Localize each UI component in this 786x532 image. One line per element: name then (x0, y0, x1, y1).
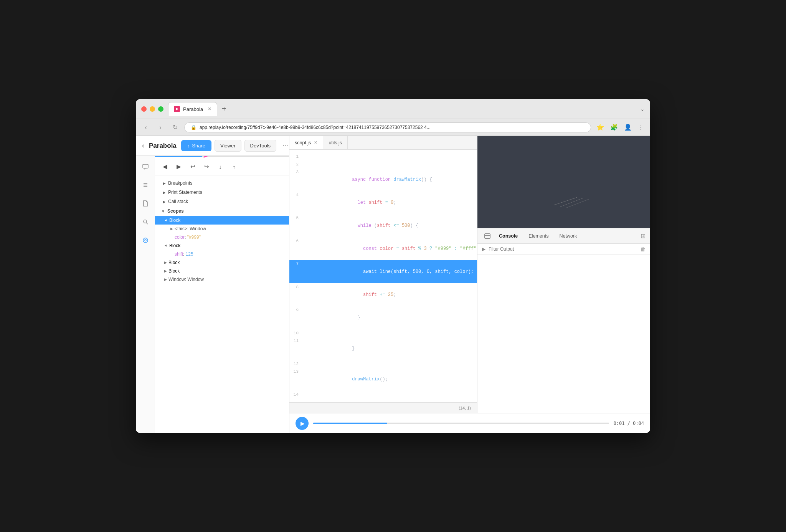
scope-block-2[interactable]: ▼ Block (155, 241, 289, 250)
scope-window-label: Window: Window (168, 277, 204, 282)
editor-tab-script[interactable]: script.js ✕ (289, 136, 323, 149)
svg-line-6 (146, 223, 148, 224)
browser-window: Parabola ✕ + ⌄ ‹ › ↻ 🔒 app.replay.io/rec… (136, 99, 650, 433)
back-button[interactable]: ‹ (142, 142, 144, 150)
new-tab-button[interactable]: + (219, 104, 230, 113)
expand-console-button[interactable]: ⊞ (641, 232, 646, 240)
code-editor[interactable]: 1 2 3 async function drawMatrix() (289, 150, 477, 402)
undo-button[interactable]: ↩ (187, 161, 198, 172)
address-bar: ‹ › ↻ 🔒 app.replay.io/recording/75ff9d7c… (136, 119, 650, 136)
time-display: 0:01 / 0:04 (614, 421, 644, 426)
redo-button[interactable]: ↪ (201, 161, 212, 172)
editor-tab-close-icon[interactable]: ✕ (314, 140, 317, 145)
scope-window[interactable]: ▶ Window: Window (155, 275, 289, 284)
header-actions: ↑ Share Viewer DevTools ··· (181, 140, 291, 152)
scope-block-1[interactable]: ▼ Block (155, 216, 289, 225)
tab-close-icon[interactable]: ✕ (208, 106, 211, 112)
scope-shift[interactable]: ▶ shift: 125 (155, 250, 289, 258)
filter-row: ▶ 🗑 (477, 244, 650, 255)
step-forward-button[interactable]: ▶ (173, 161, 184, 172)
bookmark-icon[interactable]: ⭐ (595, 122, 606, 132)
play-button[interactable]: ▶ (296, 417, 309, 430)
code-line-12: 12 (289, 360, 477, 368)
step-out-button[interactable]: ↑ (229, 161, 239, 172)
console-tab-network[interactable]: Network (555, 232, 581, 240)
close-button[interactable] (141, 106, 147, 112)
breakpoints-label: Breakpoints (168, 180, 192, 186)
console-tab-console[interactable]: Console (494, 232, 522, 240)
code-line-14: 14 (289, 391, 477, 398)
console-devtools-icon[interactable] (482, 231, 493, 241)
maximize-button[interactable] (158, 106, 163, 112)
scope-this[interactable]: ▶ <this>: Window (155, 225, 289, 233)
play-icon: ▶ (301, 420, 305, 426)
console-area: Console Elements Network ⊞ ▶ (477, 228, 650, 413)
console-tab-elements[interactable]: Elements (524, 232, 553, 240)
sidebar-icon-comment[interactable] (139, 160, 152, 173)
editor-tab-script-label: script.js (295, 140, 311, 145)
call-stack-section[interactable]: ▶ Call stack (155, 197, 289, 206)
sidebar-icon-list[interactable] (139, 179, 152, 191)
chevron-down-icon[interactable]: ⌄ (640, 106, 645, 112)
browser-tab[interactable]: Parabola ✕ (168, 102, 217, 116)
scopes-section[interactable]: ▼ Scopes (155, 206, 289, 216)
progress-bar (155, 156, 289, 157)
editor-area: script.js ✕ utils.js 1 (289, 136, 477, 413)
scope-block-4-chevron: ▶ (164, 269, 167, 273)
left-inner: ◀ ▶ ↩ ↪ ↓ ↑ ▶ Breakpoints (136, 156, 289, 433)
code-line-10: 10 (289, 329, 477, 337)
timeline-track[interactable] (313, 423, 609, 424)
scope-block-4[interactable]: ▶ Block (155, 267, 289, 275)
menu-icon[interactable]: ⋮ (636, 122, 646, 132)
share-icon: ↑ (187, 143, 190, 149)
svg-marker-0 (176, 107, 178, 111)
filter-prompt-icon: ▶ (482, 246, 485, 252)
sidebar-icon-debug[interactable] (139, 234, 152, 246)
profile-icon[interactable]: 👤 (623, 122, 633, 132)
address-text: app.replay.io/recording/75ff9d7c-9e46-4e… (200, 125, 585, 130)
timeline-fill (313, 423, 387, 424)
scope-block-1-chevron: ▼ (164, 219, 168, 222)
scope-this-label: <this>: Window (175, 226, 206, 231)
clear-console-button[interactable]: 🗑 (640, 246, 646, 252)
share-button[interactable]: ↑ Share (181, 140, 211, 151)
chevron-right-icon: ▶ (163, 181, 166, 185)
scope-block-3[interactable]: ▶ Block (155, 258, 289, 267)
scope-color[interactable]: ▶ color: "#999" (155, 233, 289, 241)
chevron-down-icon-scopes: ▼ (161, 209, 165, 213)
main-content: ‹ Parabola ↑ Share Viewer DevTools ··· (136, 136, 650, 433)
sidebar-icon-search[interactable] (139, 216, 152, 228)
devtools-button[interactable]: DevTools (244, 140, 276, 152)
sidebar-icon-file[interactable] (139, 197, 152, 210)
code-line-7: 7 await line(shift, 500, 0, shift, color… (289, 260, 477, 283)
editor-tabs: script.js ✕ utils.js (289, 136, 477, 150)
print-statements-section[interactable]: ▶ Print Statements (155, 188, 289, 197)
scope-block-2-chevron: ▼ (164, 244, 168, 248)
cursor-position: (14, 1) (459, 406, 471, 410)
step-back-button[interactable]: ◀ (160, 161, 170, 172)
code-line-4: 4 let shift = 0; (289, 191, 477, 214)
chevron-right-icon-2: ▶ (163, 190, 166, 195)
scope-block-3-label: Block (168, 260, 180, 265)
sidebar-icons (136, 156, 155, 433)
forward-nav-button[interactable]: › (155, 122, 166, 133)
breakpoints-section[interactable]: ▶ Breakpoints (155, 178, 289, 188)
address-input[interactable]: 🔒 app.replay.io/recording/75ff9d7c-9e46-… (184, 122, 591, 132)
back-nav-button[interactable]: ‹ (140, 122, 151, 133)
scope-this-chevron: ▶ (170, 227, 173, 231)
editor-status-bar: (14, 1) (289, 402, 477, 413)
extensions-icon[interactable]: 🧩 (609, 122, 619, 132)
filter-input[interactable] (489, 246, 637, 252)
progress-bar-fill (155, 156, 202, 157)
scope-block-2-label: Block (169, 243, 180, 248)
viewer-button[interactable]: Viewer (215, 140, 241, 152)
debug-toolbar: ◀ ▶ ↩ ↪ ↓ ↑ (155, 156, 289, 175)
editor-tab-utils[interactable]: utils.js (323, 136, 348, 149)
reload-button[interactable]: ↻ (170, 122, 180, 133)
code-line-1: 1 (289, 153, 477, 160)
title-bar: Parabola ✕ + ⌄ (136, 99, 650, 119)
step-into-button[interactable]: ↓ (215, 161, 226, 172)
minimize-button[interactable] (150, 106, 155, 112)
code-line-13: 13 drawMatrix(); (289, 368, 477, 391)
svg-rect-14 (485, 234, 490, 238)
